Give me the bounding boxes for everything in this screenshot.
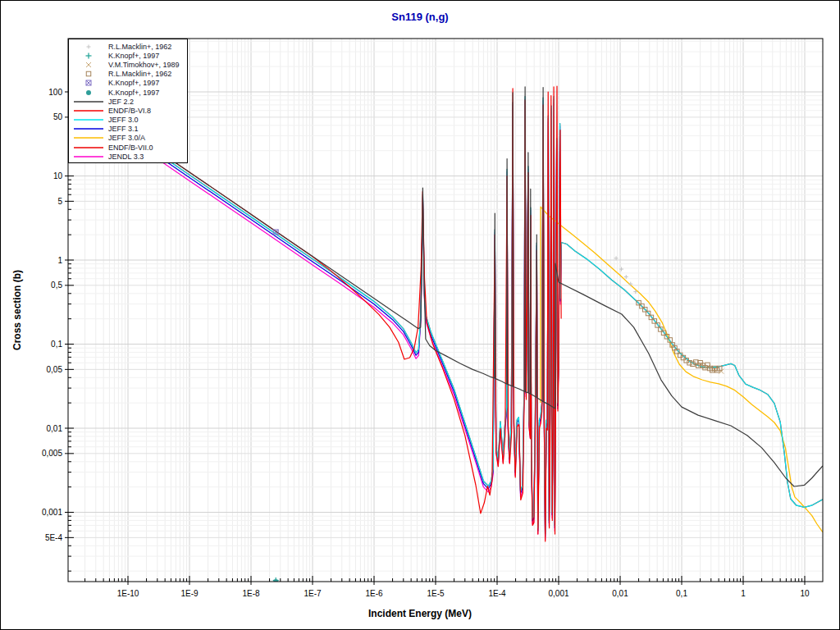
legend-item-marker: R.L.Macklin+, 1962: [69, 42, 187, 51]
legend-circle-icon: [69, 89, 108, 97]
legend-line-swatch: [69, 98, 108, 106]
x-tick-label: 0,001: [548, 589, 568, 598]
legend-item-label: K.Knopf+, 1997: [108, 79, 159, 87]
legend-plus-faint-icon: [69, 43, 108, 51]
x-tick-label: 1E-6: [365, 589, 383, 598]
y-tick-label: 1: [57, 256, 62, 265]
x-tick-label: 1E-7: [304, 589, 322, 598]
y-tick-label: 0,001: [42, 508, 62, 517]
legend-square-open-icon: [69, 70, 108, 78]
x-axis-title: Incident Energy (MeV): [1, 608, 839, 619]
legend-item-marker: V.M.Timokhov+, 1989: [69, 60, 187, 69]
legend-item-label: V.M.Timokhov+, 1989: [108, 61, 180, 69]
legend-line-swatch: [69, 125, 108, 133]
x-tick-label: 1E-5: [427, 589, 445, 598]
y-tick-label: 10: [53, 171, 63, 180]
legend-line-swatch: [69, 144, 108, 152]
legend-item-label: R.L.Macklin+, 1962: [108, 43, 171, 51]
legend-item-label: JEFF 3.0: [108, 116, 139, 124]
x-tick-label: 1E-4: [488, 589, 506, 598]
y-tick-label: 0,05: [47, 365, 63, 374]
legend-square-x-icon: [69, 79, 108, 87]
legend-x-icon: [69, 61, 108, 69]
legend-item-line: JEFF 3.0/A: [69, 134, 187, 143]
x-tick-label: 1E-8: [242, 589, 260, 598]
x-tick-label: 1E-9: [180, 589, 199, 598]
legend-item-label: JEFF 3.1: [108, 125, 139, 133]
legend-item-label: K.Knopf+, 1997: [108, 52, 159, 60]
legend-item-line: ENDF/B-VII.0: [69, 143, 187, 152]
page-title: Sn119 (n,g): [1, 11, 839, 23]
legend-item-label: ENDF/B-VII.0: [108, 144, 153, 152]
janis-cross-section-window: 1E-101E-91E-81E-71E-61E-51E-40,0010,010,…: [0, 0, 840, 630]
legend-line-swatch: [69, 116, 108, 124]
y-tick-label: 5: [57, 197, 62, 206]
y-tick-label: 0,1: [51, 340, 62, 349]
legend-item-label: K.Knopf+, 1997: [108, 89, 159, 97]
x-tick-label: 1: [741, 589, 746, 598]
legend-line-swatch: [69, 107, 108, 115]
x-tick-label: 1E-10: [117, 589, 139, 598]
y-tick-label: 5E-4: [45, 533, 63, 542]
legend-item-label: R.L.Macklin+, 1962: [108, 70, 171, 78]
y-tick-label: 100: [48, 88, 62, 97]
legend-item-marker: K.Knopf+, 1997: [69, 88, 187, 97]
legend-item-line: JEFF 3.1: [69, 125, 187, 134]
legend-plus-icon: [69, 52, 108, 60]
y-tick-label: 0,5: [51, 281, 62, 290]
legend-item-line: JEF 2.2: [69, 97, 187, 106]
legend-item-label: ENDF/B-VI.8: [108, 107, 151, 115]
x-tick-label: 0,1: [676, 589, 687, 598]
legend-item-label: JEF 2.2: [108, 98, 134, 106]
y-tick-label: 50: [53, 112, 63, 121]
legend: R.L.Macklin+, 1962K.Knopf+, 1997V.M.Timo…: [68, 39, 188, 163]
legend-item-marker: R.L.Macklin+, 1962: [69, 70, 187, 79]
legend-line-swatch: [69, 134, 108, 142]
legend-line-swatch: [69, 153, 108, 161]
legend-item-label: JENDL 3.3: [108, 153, 144, 161]
y-tick-label: 0,01: [47, 424, 63, 433]
legend-item-marker: K.Knopf+, 1997: [69, 79, 187, 88]
legend-item-marker: K.Knopf+, 1997: [69, 51, 187, 60]
legend-item-label: JEFF 3.0/A: [108, 134, 145, 142]
legend-item-line: ENDF/B-VI.8: [69, 106, 187, 115]
legend-item-line: JENDL 3.3: [69, 152, 187, 161]
legend-item-line: JEFF 3.0: [69, 116, 187, 125]
x-tick-label: 0,01: [612, 589, 628, 598]
y-axis-title: Cross section (b): [11, 244, 23, 376]
y-tick-label: 0,005: [42, 449, 62, 458]
x-tick-label: 10: [800, 589, 810, 598]
